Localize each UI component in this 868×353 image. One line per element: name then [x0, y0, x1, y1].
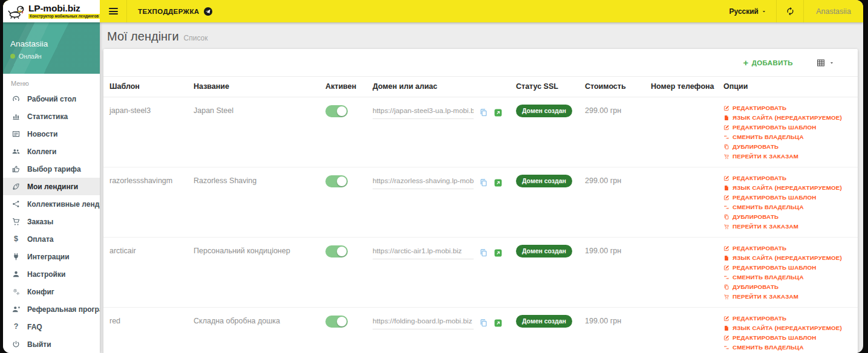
row-option-link[interactable]: ЯЗЫК САЙТА (НЕРЕДАКТИРУЕМОЕ)	[723, 254, 852, 261]
file-icon	[723, 325, 729, 331]
copy-domain-icon[interactable]	[479, 248, 488, 257]
row-option-link[interactable]: СМЕНИТЬ ВЛАДЕЛЬЦА	[723, 344, 852, 351]
row-option-link[interactable]: РЕДАКТИРОВАТЬ	[723, 105, 852, 111]
row-option-link[interactable]: РЕДАКТИРОВАТЬ ШАБЛОН	[723, 334, 852, 341]
open-site-icon[interactable]	[494, 319, 503, 328]
sidebar-item-config[interactable]: Конфиг	[3, 283, 100, 300]
swap-icon	[723, 274, 729, 280]
row-landing-name: Japan Steel	[194, 106, 233, 115]
row-option-link[interactable]: ЯЗЫК САЙТА (НЕРЕДАКТИРУЕМОЕ)	[723, 184, 852, 191]
cart-icon	[723, 224, 729, 230]
refresh-button[interactable]	[777, 0, 803, 22]
sidebar-item-orders[interactable]: Заказы	[3, 213, 100, 230]
row-price: 299.00 грн	[585, 106, 621, 115]
column-header-6: Стоимость	[579, 77, 645, 97]
row-option-link[interactable]: ДУБЛИРОВАТЬ	[723, 213, 852, 220]
row-option-link[interactable]: ДУБЛИРОВАТЬ	[723, 283, 852, 290]
view-mode-button[interactable]	[812, 57, 838, 68]
add-button-label: ДОБАВИТЬ	[752, 59, 793, 66]
row-option-link[interactable]: РЕДАКТИРОВАТЬ ШАБЛОН	[723, 264, 852, 271]
sidebar: Anastasiia Онлайн Меню Рабочий стол Стат…	[3, 22, 100, 353]
logo-subtitle: Конструктор мобильных лендингов	[28, 14, 100, 19]
sidebar-item-logout[interactable]: Выйти	[3, 335, 100, 353]
row-price: 299.00 грн	[585, 176, 621, 185]
row-option-link[interactable]: СМЕНИТЬ ВЛАДЕЛЬЦА	[723, 204, 852, 210]
row-options: РЕДАКТИРОВАТЬ ЯЗЫК САЙТА (НЕРЕДАКТИРУЕМО…	[723, 175, 852, 230]
swap-icon	[723, 345, 729, 351]
active-toggle[interactable]	[325, 245, 348, 257]
topbar-main: ТЕХПОДДЕРЖКА Русский Anastasiia	[100, 0, 863, 22]
row-option-link[interactable]: РЕДАКТИРОВАТЬ	[723, 315, 852, 322]
sidebar-toggle-button[interactable]	[100, 0, 126, 22]
tariff-icon	[11, 164, 21, 173]
support-link[interactable]: ТЕХПОДДЕРЖКА	[127, 0, 224, 22]
sidebar-item-landings[interactable]: Мои лендинги	[3, 178, 100, 195]
sidebar-item-integrations[interactable]: Интеграции	[3, 248, 100, 265]
copy-domain-icon[interactable]	[479, 178, 488, 187]
row-template-name: razorlessshavingm	[109, 176, 172, 185]
landings-table: ШаблонНазваниеАктивенДомен или алиасСтат…	[103, 76, 858, 353]
file-icon	[723, 115, 729, 121]
app-window: LP-mobi.biz Конструктор мобильных лендин…	[3, 0, 863, 353]
sidebar-item-news[interactable]: Новости	[3, 125, 100, 143]
row-option-link[interactable]: ЯЗЫК САЙТА (НЕРЕДАКТИРУЕМОЕ)	[723, 325, 852, 331]
row-landing-name: Складна обробна дошка	[194, 317, 280, 325]
plus-icon: +	[743, 58, 748, 67]
sidebar-item-referral[interactable]: Реферальная программа	[3, 300, 100, 318]
domain-input[interactable]	[373, 317, 474, 329]
edit-icon	[723, 335, 729, 341]
open-site-icon[interactable]	[494, 108, 503, 117]
row-landing-name: Персональний кондиціонер	[194, 247, 290, 255]
sidebar-item-settings[interactable]: Настройки	[3, 265, 100, 283]
row-option-link[interactable]: РЕДАКТИРОВАТЬ ШАБЛОН	[723, 194, 852, 201]
domain-input[interactable]	[373, 176, 474, 189]
active-toggle[interactable]	[325, 316, 348, 328]
sidebar-item-tariff[interactable]: Выбор тарифа	[3, 160, 100, 178]
chevron-down-icon	[829, 60, 835, 66]
sidebar-item-collective[interactable]: Коллективные лендинги	[3, 195, 100, 213]
row-option-link[interactable]: ПЕРЕЙТИ К ЗАКАЗАМ	[723, 223, 852, 230]
gears-icon	[11, 287, 21, 296]
row-option-link[interactable]: РЕДАКТИРОВАТЬ	[723, 175, 852, 181]
row-option-link[interactable]: СМЕНИТЬ ВЛАДЕЛЬЦА	[723, 134, 852, 140]
edit-icon	[723, 125, 729, 131]
domain-input[interactable]	[373, 247, 474, 259]
sidebar-item-payment[interactable]: $ Оплата	[3, 230, 100, 248]
topbar-username[interactable]: Anastasiia	[804, 0, 863, 22]
row-option-link[interactable]: СМЕНИТЬ ВЛАДЕЛЬЦА	[723, 274, 852, 280]
user-icon	[11, 270, 21, 279]
swap-icon	[723, 204, 729, 210]
row-price: 199.00 грн	[585, 247, 621, 255]
sidebar-item-desktop[interactable]: Рабочий стол	[3, 90, 100, 108]
row-options: РЕДАКТИРОВАТЬ ЯЗЫК САЙТА (НЕРЕДАКТИРУЕМО…	[723, 315, 852, 353]
active-toggle[interactable]	[325, 175, 348, 187]
page-header: Мої лендінги Список	[100, 22, 863, 49]
logo[interactable]: LP-mobi.biz Конструктор мобильных лендин…	[3, 0, 100, 22]
duplicate-icon	[723, 144, 729, 150]
edit-icon	[723, 265, 729, 271]
sidebar-item-faq[interactable]: ? FAQ	[3, 318, 100, 335]
sidebar-item-stats[interactable]: Статистика	[3, 108, 100, 125]
ssl-status-badge: Домен создан	[516, 245, 572, 257]
row-option-link[interactable]: ПЕРЕЙТИ К ЗАКАЗАМ	[723, 153, 852, 160]
active-toggle[interactable]	[325, 105, 348, 117]
add-button[interactable]: + ДОБАВИТЬ	[739, 57, 797, 68]
copy-domain-icon[interactable]	[479, 319, 488, 328]
row-option-link[interactable]: ПЕРЕЙТИ К ЗАКАЗАМ	[723, 293, 852, 300]
open-site-icon[interactable]	[494, 178, 503, 187]
row-option-link[interactable]: РЕДАКТИРОВАТЬ	[723, 245, 852, 251]
row-option-link[interactable]: РЕДАКТИРОВАТЬ ШАБЛОН	[723, 124, 852, 131]
row-options: РЕДАКТИРОВАТЬ ЯЗЫК САЙТА (НЕРЕДАКТИРУЕМО…	[723, 105, 852, 160]
column-header-8: Опции	[717, 77, 858, 97]
copy-domain-icon[interactable]	[479, 108, 488, 117]
row-option-link[interactable]: ЯЗЫК САЙТА (НЕРЕДАКТИРУЕМОЕ)	[723, 114, 852, 121]
column-header-4: Домен или алиас	[367, 77, 510, 97]
row-options: РЕДАКТИРОВАТЬ ЯЗЫК САЙТА (НЕРЕДАКТИРУЕМО…	[723, 245, 852, 300]
sidebar-item-colleagues[interactable]: Коллеги	[3, 143, 100, 160]
row-option-link[interactable]: ДУБЛИРОВАТЬ	[723, 143, 852, 150]
language-dropdown[interactable]: Русский	[720, 0, 777, 22]
question-icon: ?	[11, 323, 21, 331]
topbar: LP-mobi.biz Конструктор мобильных лендин…	[3, 0, 863, 22]
open-site-icon[interactable]	[494, 248, 503, 257]
domain-input[interactable]	[373, 106, 474, 119]
